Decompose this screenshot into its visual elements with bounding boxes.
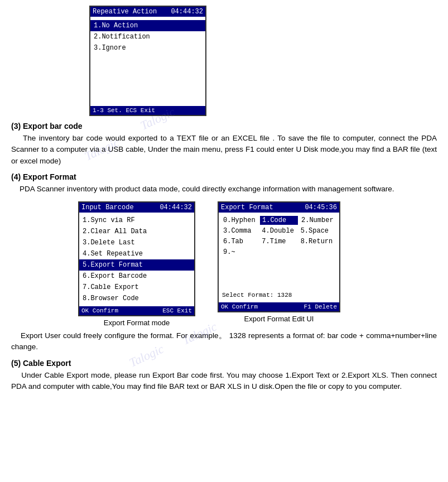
screen2-footer: OK Confirm ESC Exit <box>79 306 194 315</box>
screen3-select-format: Select Format: 1328 <box>219 290 339 300</box>
screen2-item-1[interactable]: 2.Clear All Data <box>79 226 194 237</box>
screen3-opt-9[interactable]: 9.~ <box>222 248 261 257</box>
screen1: Repeative Action 04:44:32 1.No Action 2.… <box>89 6 206 116</box>
section3-title: (3) Export bar code <box>11 122 437 131</box>
screen2-item-6[interactable]: 7.Cable Export <box>79 282 194 293</box>
screen3-opt-3[interactable]: 3.Comma <box>222 226 258 235</box>
screen1-title: Repeative Action <box>93 8 157 16</box>
screen1-header: Repeative Action 04:44:32 <box>90 7 205 17</box>
screen3-opt-4[interactable]: 4.Double <box>261 226 297 235</box>
section4-title: (4) Export Format <box>11 172 437 181</box>
screen3-opt-6[interactable]: 6.Tab <box>222 237 258 246</box>
section5-title: (5) Cable Export <box>11 359 437 368</box>
screen3-header: Export Format 04:45:36 <box>219 203 339 213</box>
screen3-opt-0[interactable]: 0.Hyphen <box>222 216 258 225</box>
screen2-item-4[interactable]: 5.Export Format <box>79 259 194 271</box>
screen1-item-2[interactable]: 3.Ignore <box>90 42 205 54</box>
screen3-title: Export Format <box>221 204 273 211</box>
screen2-time: 04:44:32 <box>160 204 192 211</box>
export-note: Export User could freely configure the f… <box>11 330 437 353</box>
section4-body: PDA Scanner inventory with product data … <box>11 184 437 195</box>
section3-body: The inventory bar code would exported to… <box>11 133 437 167</box>
screen2-item-0[interactable]: 1.Sync via RF <box>79 215 194 226</box>
section3-indent <box>11 134 23 142</box>
screen2-title: Input Barcode <box>81 204 134 211</box>
screen3-caption: Export Format Edit UI <box>244 315 314 323</box>
screen1-wrapper: Repeative Action 04:44:32 1.No Action 2.… <box>89 6 206 116</box>
screen3-grid: 0.Hyphen 1.Code 2.Number 3.Comma 4.Doubl… <box>219 215 339 259</box>
section5-body: Under Cable Export mode, please run Expo… <box>11 370 437 393</box>
screen1-item-0[interactable]: 1.No Action <box>90 20 205 31</box>
screen1-item-1[interactable]: 2.Notification <box>90 31 205 42</box>
screen3-opt-7[interactable]: 7.Time <box>261 237 297 246</box>
screen3-wrapper: Export Format 04:45:36 0.Hyphen 1.Code 2… <box>218 201 340 323</box>
screen3-time: 04:45:36 <box>305 204 337 211</box>
screen2-item-7[interactable]: 8.Browser Code <box>79 293 194 304</box>
screen3: Export Format 04:45:36 0.Hyphen 1.Code 2… <box>218 201 340 312</box>
section5-indent <box>11 371 21 379</box>
screen1-footer: 1-3 Set. ECS Exit <box>90 106 205 115</box>
screen3-opt-5[interactable]: 5.Space <box>300 226 336 235</box>
screen2-item-3[interactable]: 4.Set Repeative <box>79 248 194 259</box>
screen1-time: 04:44:32 <box>171 8 203 16</box>
page-content: Talogic Talogic Talogic Talogic Repeativ… <box>11 6 437 392</box>
screen2-caption: Export Format mode <box>104 319 170 327</box>
export-note-indent <box>11 331 21 340</box>
screen2-item-2[interactable]: 3.Delete Last <box>79 237 194 248</box>
screens-row: Input Barcode 04:44:32 1.Sync via RF 2.C… <box>11 201 437 327</box>
screen3-opt-2[interactable]: 2.Number <box>300 216 336 225</box>
screen3-footer: OK Confirm F1 Delete <box>219 302 339 311</box>
section4-indent <box>11 185 20 193</box>
screen2-item-5[interactable]: 6.Export Barcode <box>79 271 194 282</box>
screen3-opt-8[interactable]: 8.Return <box>300 237 336 246</box>
screen2-wrapper: Input Barcode 04:44:32 1.Sync via RF 2.C… <box>78 201 195 327</box>
screen3-opt-1[interactable]: 1.Code <box>260 216 298 225</box>
screen2: Input Barcode 04:44:32 1.Sync via RF 2.C… <box>78 201 195 316</box>
screen2-header: Input Barcode 04:44:32 <box>79 203 194 213</box>
